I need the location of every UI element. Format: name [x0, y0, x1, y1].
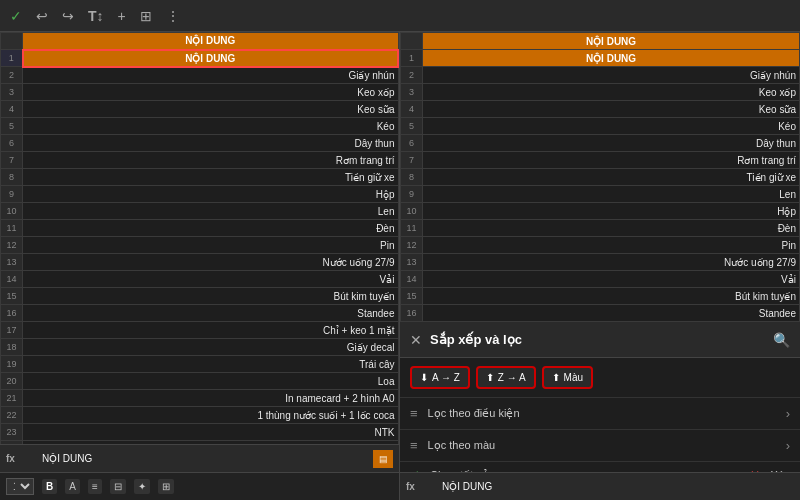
- select-all-row[interactable]: ✓ Chọn tất cả ✕ Xóa: [400, 462, 800, 472]
- cell-value[interactable]: Loa: [23, 373, 399, 390]
- sort-za-button[interactable]: ⬆ Z → A: [476, 366, 536, 389]
- table-row[interactable]: 1NỘI DUNG: [401, 50, 800, 67]
- cell-value[interactable]: Kéo: [23, 118, 399, 135]
- cell-value[interactable]: Dây thun: [423, 135, 800, 152]
- table-row[interactable]: 9Hộp: [1, 186, 399, 203]
- cell-value[interactable]: Bút kim tuyến: [423, 288, 800, 305]
- more-icon[interactable]: ⋮: [166, 8, 180, 24]
- format-button[interactable]: ✦: [134, 479, 150, 494]
- cell-value[interactable]: Keo sữa: [23, 101, 399, 118]
- table-row[interactable]: 5Kéo: [1, 118, 399, 135]
- cell-value[interactable]: Nước uống 27/9: [423, 254, 800, 271]
- cell-value[interactable]: Len: [23, 203, 399, 220]
- add-icon[interactable]: +: [118, 8, 126, 24]
- table-row[interactable]: 19Trái cây: [1, 356, 399, 373]
- table-row[interactable]: 17Chỉ + keo 1 mặt: [1, 322, 399, 339]
- table-row[interactable]: 8Tiền giữ xe: [401, 169, 800, 186]
- cell-value[interactable]: Giấy decal: [23, 339, 399, 356]
- table-row[interactable]: 15Bút kim tuyến: [401, 288, 800, 305]
- table-row[interactable]: 18Giấy decal: [1, 339, 399, 356]
- cell-value[interactable]: Keo xốp: [23, 84, 399, 101]
- sort-color-button[interactable]: ⬆ Màu: [542, 366, 593, 389]
- table-row[interactable]: 6Dây thun: [1, 135, 399, 152]
- table-row[interactable]: 1NỘI DUNG: [1, 50, 399, 67]
- table-row[interactable]: 221 thùng nước suối + 1 lốc coca: [1, 407, 399, 424]
- table-row[interactable]: 3Keo xốp: [401, 84, 800, 101]
- cell-value[interactable]: Trái cây: [23, 356, 399, 373]
- cell-value[interactable]: Hộp: [23, 186, 399, 203]
- cell-value[interactable]: Pin: [23, 237, 399, 254]
- align-button[interactable]: ≡: [88, 479, 102, 494]
- table-row[interactable]: 2Giấy nhún: [401, 67, 800, 84]
- cell-value[interactable]: NTK: [23, 424, 399, 441]
- cell-value[interactable]: Vải: [23, 271, 399, 288]
- table-row[interactable]: 16Standee: [1, 305, 399, 322]
- table-row[interactable]: 4Keo sữa: [1, 101, 399, 118]
- cell-value[interactable]: Keo sữa: [423, 101, 800, 118]
- font-size-select[interactable]: 10 11 12 14: [6, 478, 34, 495]
- table-row[interactable]: 13Nước uống 27/9: [401, 254, 800, 271]
- cell-value[interactable]: Tiền giữ xe: [423, 169, 800, 186]
- table-row[interactable]: 10Hộp: [401, 203, 800, 220]
- cell-value[interactable]: Kéo: [423, 118, 800, 135]
- cell-value[interactable]: Len: [423, 186, 800, 203]
- cell-value[interactable]: Giấy nhún: [23, 67, 399, 84]
- table-row[interactable]: 14Vải: [401, 271, 800, 288]
- font-color-button[interactable]: A: [65, 479, 80, 494]
- cell-value[interactable]: Standee: [423, 305, 800, 322]
- cell-value[interactable]: Keo xốp: [423, 84, 800, 101]
- table-row[interactable]: 11Đèn: [1, 220, 399, 237]
- table-row[interactable]: 12Pin: [401, 237, 800, 254]
- bold-button[interactable]: B: [42, 479, 57, 494]
- text-format-icon[interactable]: T↕: [88, 8, 104, 24]
- table-row[interactable]: 10Len: [1, 203, 399, 220]
- cell-value[interactable]: Dây thun: [23, 135, 399, 152]
- undo-icon[interactable]: ↩: [36, 8, 48, 24]
- table-row[interactable]: 13Nước uống 27/9: [1, 254, 399, 271]
- cell-value[interactable]: Nước uống 27/9: [23, 254, 399, 271]
- table-row[interactable]: 4Keo sữa: [401, 101, 800, 118]
- cell-value[interactable]: Tiền giữ xe: [23, 169, 399, 186]
- table-row[interactable]: 8Tiền giữ xe: [1, 169, 399, 186]
- redo-icon[interactable]: ↪: [62, 8, 74, 24]
- cell-value[interactable]: Đèn: [23, 220, 399, 237]
- cell-value[interactable]: Standee: [23, 305, 399, 322]
- grid-icon[interactable]: ⊞: [140, 8, 152, 24]
- table-row[interactable]: 23NTK: [1, 424, 399, 441]
- filter-color-row[interactable]: ≡ Lọc theo màu ›: [400, 430, 800, 462]
- table-row[interactable]: 6Dây thun: [401, 135, 800, 152]
- sort-close-icon[interactable]: ✕: [410, 332, 422, 348]
- sort-search-icon[interactable]: 🔍: [773, 332, 790, 348]
- left-formula-filter-icon[interactable]: ▤: [373, 450, 393, 468]
- cell-value[interactable]: Hộp: [423, 203, 800, 220]
- merge-button[interactable]: ⊟: [110, 479, 126, 494]
- cell-value[interactable]: NỘI DUNG: [23, 50, 399, 67]
- cell-value[interactable]: Pin: [423, 237, 800, 254]
- table-row[interactable]: 12Pin: [1, 237, 399, 254]
- table-row[interactable]: 16Standee: [401, 305, 800, 322]
- table-row[interactable]: 5Kéo: [401, 118, 800, 135]
- cell-value[interactable]: Rơm trang trí: [23, 152, 399, 169]
- table-row[interactable]: 9Len: [401, 186, 800, 203]
- cell-value[interactable]: Vải: [423, 271, 800, 288]
- cell-value[interactable]: Đèn: [423, 220, 800, 237]
- table-row[interactable]: 3Keo xốp: [1, 84, 399, 101]
- cell-value[interactable]: Giấy nhún: [423, 67, 800, 84]
- sort-az-button[interactable]: ⬇ A → Z: [410, 366, 470, 389]
- table-row[interactable]: 7Rơm trang trí: [1, 152, 399, 169]
- table-row[interactable]: 11Đèn: [401, 220, 800, 237]
- more-format-button[interactable]: ⊞: [158, 479, 174, 494]
- table-row[interactable]: 20Loa: [1, 373, 399, 390]
- cell-value[interactable]: Bút kim tuyến: [23, 288, 399, 305]
- check-icon[interactable]: ✓: [10, 8, 22, 24]
- cell-value[interactable]: Rơm trang trí: [423, 152, 800, 169]
- cell-value[interactable]: In namecard + 2 hình A0: [23, 390, 399, 407]
- table-row[interactable]: 14Vải: [1, 271, 399, 288]
- cell-value[interactable]: Chỉ + keo 1 mặt: [23, 322, 399, 339]
- table-row[interactable]: 2Giấy nhún: [1, 67, 399, 84]
- table-row[interactable]: 21In namecard + 2 hình A0: [1, 390, 399, 407]
- filter-condition-row[interactable]: ≡ Lọc theo điều kiện ›: [400, 398, 800, 430]
- table-row[interactable]: 15Bút kim tuyến: [1, 288, 399, 305]
- cell-value[interactable]: NỘI DUNG: [423, 50, 800, 67]
- cell-value[interactable]: 1 thùng nước suối + 1 lốc coca: [23, 407, 399, 424]
